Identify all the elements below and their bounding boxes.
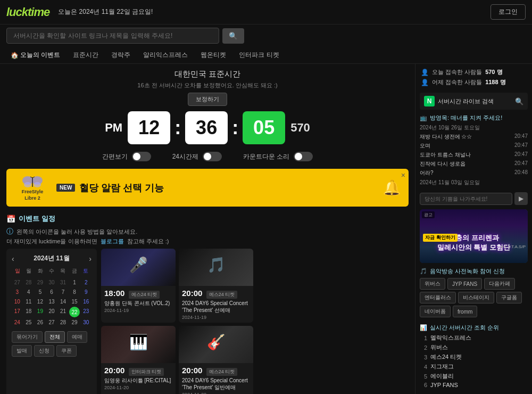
- ad-banner[interactable]: FreeStyleLibre 2 NEW 혈당 알람 선택 기능 🔔 ×: [6, 169, 409, 207]
- cal-day[interactable]: 18: [23, 307, 35, 317]
- cal-day[interactable]: 29: [69, 318, 80, 327]
- tab-standard-time-label: 표준시간: [73, 51, 98, 60]
- ad-close-button[interactable]: ×: [401, 171, 405, 179]
- cal-day[interactable]: 19: [35, 307, 46, 317]
- cal-day[interactable]: 21: [57, 307, 69, 317]
- sidebar-ad-cta[interactable]: 자금 확인하기: [423, 234, 458, 242]
- cal-day-selected[interactable]: 22: [69, 307, 80, 317]
- cal-prev-button[interactable]: ‹: [12, 255, 14, 263]
- cal-day[interactable]: 20: [46, 307, 57, 317]
- cal-filter-all[interactable]: 전체: [45, 331, 65, 343]
- cal-day[interactable]: 30: [46, 278, 57, 287]
- cal-day[interactable]: 13: [46, 297, 57, 306]
- cal-day[interactable]: 27: [12, 278, 23, 287]
- toggle-24h-switch[interactable]: [203, 152, 222, 161]
- cal-day[interactable]: 23: [80, 307, 92, 317]
- event-card-3[interactable]: 🎹 20:00 인터파크 티켓 임영웅 리사이틀 [RE:CITAL] 2024…: [101, 326, 176, 394]
- tab-kyorak-label: 경락주: [111, 51, 130, 60]
- badge-naver-form[interactable]: 네이버폼: [420, 306, 451, 317]
- tab-webticket[interactable]: 웹온티켓: [196, 49, 230, 61]
- cal-filter-ticket[interactable]: 예매: [67, 331, 87, 343]
- cal-type-apply[interactable]: 신청: [34, 345, 54, 357]
- guarantee-button[interactable]: 보정하기: [188, 93, 227, 106]
- clock-pm: PM: [105, 121, 122, 135]
- event-cards: 🎤 18:00 예스24 티켓 양홍원 단독 콘서트 (VOL.2) 2024-…: [101, 249, 409, 394]
- tv-item-3: 도쿄아 트름스 채널나 20:47: [420, 151, 528, 159]
- cal-day[interactable]: 14: [57, 297, 69, 306]
- event-blog-link[interactable]: 블로그를: [101, 237, 124, 245]
- tab-kyorak[interactable]: 경락주: [107, 49, 135, 61]
- cal-day[interactable]: 31: [57, 278, 69, 287]
- cal-day[interactable]: 7: [57, 288, 69, 297]
- ad-logo: FreeStyleLibre 2: [14, 174, 51, 201]
- tv-item-5-time: 20:48: [514, 169, 528, 175]
- event-card-1[interactable]: 🎤 18:00 예스24 티켓 양홍원 단독 콘서트 (VOL.2) 2024-…: [101, 249, 176, 323]
- cal-day[interactable]: 12: [35, 297, 46, 306]
- login-button[interactable]: 로그인: [491, 4, 526, 20]
- tab-interpark-label: 인터파크 티켓: [239, 51, 279, 60]
- cal-day[interactable]: 29: [35, 278, 46, 287]
- tv-item-4-name: 진작에 다시 생로옵: [420, 160, 511, 168]
- cal-day[interactable]: 2: [80, 278, 92, 287]
- cal-day[interactable]: 17: [12, 307, 23, 317]
- cal-day[interactable]: 5: [35, 288, 46, 297]
- toggle-simple-view-switch[interactable]: [132, 152, 151, 161]
- cal-day[interactable]: 8: [69, 288, 80, 297]
- chat-input[interactable]: [420, 193, 512, 205]
- cal-day[interactable]: 15: [69, 297, 80, 306]
- toggle-countdown-sound-switch[interactable]: [294, 152, 313, 161]
- cal-day[interactable]: 24: [12, 318, 23, 327]
- naver-search-icon[interactable]: 🔍: [515, 97, 523, 105]
- cal-day[interactable]: 4: [23, 288, 35, 297]
- event-section: 📅 이벤트 일정 ⓘ 왼쪽의 아이콘을 눌러 사용 방법을 알아보세요. 더 재…: [0, 211, 415, 394]
- tv-item-1-name: 재방 다시 생전에 ☆☆: [420, 133, 511, 141]
- event-info-1: ⓘ 왼쪽의 아이콘을 눌러 사용 방법을 알아보세요.: [6, 227, 409, 236]
- tv-date-2: 2024년 11월 03일 일요일: [420, 179, 528, 186]
- event-card-4[interactable]: 🎸 20:00 예스24 티켓 2024 DAY6 Special Concer…: [179, 326, 253, 394]
- event-card-1-date: 2024-11-19: [104, 308, 172, 313]
- cal-day[interactable]: 9: [80, 288, 92, 297]
- cal-day[interactable]: 16: [80, 297, 92, 306]
- event-card-2[interactable]: 🎵 20:00 예스24 티켓 2024 DAY6 Special Concer…: [179, 249, 253, 323]
- search-input[interactable]: [6, 28, 219, 44]
- toggle-24h-knob: [204, 153, 211, 160]
- cal-day[interactable]: 28: [57, 318, 69, 327]
- badge-google-form[interactable]: 구글폼: [496, 292, 522, 303]
- cal-day[interactable]: 6: [46, 288, 57, 297]
- badge-enterplus[interactable]: 엔터플러스: [420, 292, 456, 303]
- badge-jyp-fans[interactable]: JYP FANS: [447, 278, 482, 290]
- cal-day[interactable]: 26: [35, 318, 46, 327]
- badge-weverse[interactable]: 위버스: [420, 278, 445, 290]
- cal-day[interactable]: 10: [12, 297, 23, 306]
- ranking-item-4: 4 지그재그: [420, 363, 528, 371]
- badge-fromm[interactable]: fromm: [453, 306, 477, 317]
- chat-send-button[interactable]: ▶: [514, 192, 528, 205]
- clock-minute: 36: [185, 111, 228, 144]
- cal-day[interactable]: 27: [46, 318, 57, 327]
- cal-day[interactable]: 11: [23, 297, 35, 306]
- cal-day[interactable]: 30: [80, 318, 92, 327]
- cal-day[interactable]: 25: [23, 318, 35, 327]
- cal-day[interactable]: 3: [12, 288, 23, 297]
- badge-daum-cafe[interactable]: 다음카페: [484, 278, 515, 290]
- cal-filter-bundle[interactable]: 묶어가기: [12, 331, 43, 343]
- cal-day[interactable]: 1: [69, 278, 80, 287]
- cal-next-button[interactable]: ›: [89, 255, 92, 263]
- clock-colon-2: :: [232, 117, 238, 139]
- cal-type-release[interactable]: 발매: [12, 345, 32, 357]
- search-button[interactable]: 🔍: [222, 28, 244, 44]
- tab-aliexpress[interactable]: 알리익스프레스: [139, 49, 192, 61]
- ad-text: 혈당 알람 선택 기능: [79, 182, 164, 194]
- sidebar-ad-badge: 광고: [422, 211, 435, 218]
- tab-today-event[interactable]: 🏠 오늘의 이벤트: [6, 49, 64, 61]
- sidebar-ad[interactable]: 장충의 프리렌과밀레시안의 특별 모험단 자금 확인하기 ★K.Y.T.A.S/…: [420, 209, 528, 263]
- cal-day[interactable]: 28: [23, 278, 35, 287]
- ad-logo-text: FreeStyleLibre 2: [22, 189, 44, 201]
- clock-colon-1: :: [174, 117, 181, 139]
- weekday-sat: 토: [80, 266, 92, 276]
- tab-interpark[interactable]: 인터파크 티켓: [235, 49, 283, 61]
- cal-type-coupon[interactable]: 쿠폰: [56, 345, 77, 357]
- tab-standard-time[interactable]: 표준시간: [69, 49, 103, 61]
- sidebar-stats: 👤 오늘 접속한 사람들 570 명 👤 어제 접속한 사람들 1188 명: [415, 64, 532, 91]
- badge-bistage[interactable]: 비스테이지: [458, 292, 494, 303]
